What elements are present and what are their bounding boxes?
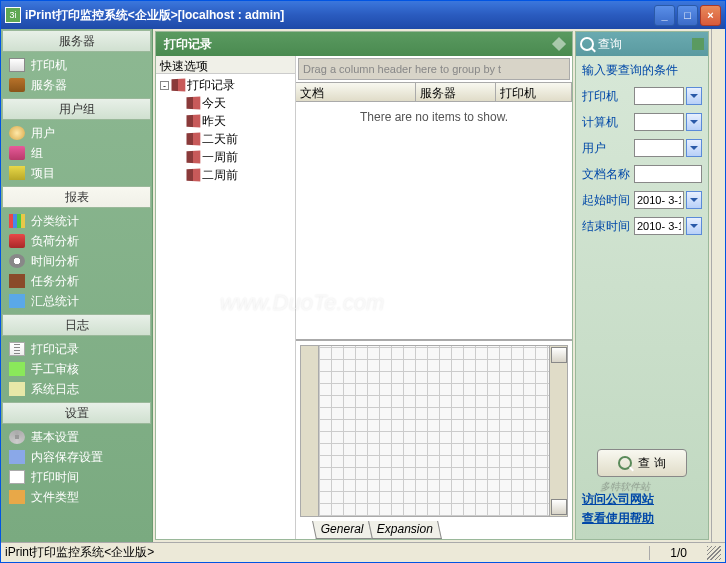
scroll-down-icon[interactable]: [551, 499, 567, 515]
tree-header: 快速选项: [156, 56, 295, 74]
pin-icon[interactable]: [692, 38, 704, 50]
dropdown-computer[interactable]: [686, 113, 702, 131]
detail-scrollbar[interactable]: [549, 346, 567, 516]
nav-manual-approve[interactable]: 手工审核: [1, 359, 152, 379]
client-area: 服务器 打印机 服务器 用户组 用户 组 项目 报表 分类统计 负荷分析 时间分…: [1, 29, 725, 542]
input-user[interactable]: [634, 139, 684, 157]
dropdown-start[interactable]: [686, 191, 702, 209]
sidebar: 服务器 打印机 服务器 用户组 用户 组 项目 报表 分类统计 负荷分析 时间分…: [1, 29, 153, 542]
nav-load-analysis[interactable]: 负荷分析: [1, 231, 152, 251]
dropdown-end[interactable]: [686, 217, 702, 235]
link-website[interactable]: 访问公司网站: [582, 491, 702, 508]
app-icon: 3i: [5, 7, 21, 23]
chart-icon: [9, 214, 25, 228]
detail-grid[interactable]: [319, 346, 549, 516]
input-doc[interactable]: [634, 165, 702, 183]
link-help[interactable]: 查看使用帮助: [582, 510, 702, 527]
nav-printer[interactable]: 打印机: [1, 55, 152, 75]
nav-task-analysis[interactable]: 任务分析: [1, 271, 152, 291]
nav-file-type[interactable]: 文件类型: [1, 487, 152, 507]
tree-2week[interactable]: 二周前: [158, 166, 293, 184]
tab-general[interactable]: General: [312, 521, 373, 539]
clock-icon: [9, 254, 25, 268]
dropdown-user[interactable]: [686, 139, 702, 157]
query-hint: 输入要查询的条件: [582, 62, 702, 79]
book-icon: [187, 97, 201, 110]
query-button[interactable]: 查 询: [597, 449, 687, 477]
nav-content-save[interactable]: 内容保存设置: [1, 447, 152, 467]
detail-left-gutter: [301, 346, 319, 516]
task-icon: [9, 274, 25, 288]
printer-icon: [9, 58, 25, 72]
nav-group[interactable]: 组: [1, 143, 152, 163]
label-end: 结束时间: [582, 218, 632, 235]
grid-header: 文档 服务器 打印机: [296, 82, 572, 102]
query-panel: 查询 输入要查询的条件 打印机 计算机 用户 文档名称 起始时间 结束时间 查 …: [575, 31, 709, 540]
input-printer[interactable]: [634, 87, 684, 105]
group-logs[interactable]: 日志: [2, 314, 151, 336]
panel-icon: [552, 37, 566, 51]
label-user: 用户: [582, 140, 632, 157]
save-icon: [9, 450, 25, 464]
gear-icon: [9, 430, 25, 444]
server-icon: [9, 78, 25, 92]
users-icon: [9, 126, 25, 140]
book-icon: [187, 151, 201, 164]
col-server[interactable]: 服务器: [416, 83, 496, 101]
input-computer[interactable]: [634, 113, 684, 131]
right-gutter: [711, 29, 725, 542]
nav-basic-settings[interactable]: 基本设置: [1, 427, 152, 447]
scroll-up-icon[interactable]: [551, 347, 567, 363]
minimize-button[interactable]: _: [654, 5, 675, 26]
search-icon: [618, 456, 632, 470]
syslog-icon: [9, 382, 25, 396]
nav-server[interactable]: 服务器: [1, 75, 152, 95]
detail-tabs: General Expansion: [296, 521, 572, 539]
col-document[interactable]: 文档: [296, 83, 416, 101]
book-icon: [187, 115, 201, 128]
label-start: 起始时间: [582, 192, 632, 209]
nav-summary-stats[interactable]: 汇总统计: [1, 291, 152, 311]
nav-print-log[interactable]: 打印记录: [1, 339, 152, 359]
titlebar[interactable]: 3i iPrint打印监控系统<企业版>[localhost : admin] …: [1, 1, 725, 29]
input-end-date[interactable]: [634, 217, 684, 235]
project-icon: [9, 166, 25, 180]
panel-title: 打印记录: [156, 32, 572, 56]
tree-root[interactable]: - 打印记录: [158, 76, 293, 94]
input-start-date[interactable]: [634, 191, 684, 209]
group-by-zone[interactable]: Drag a column header here to group by t: [298, 58, 570, 80]
resize-grip[interactable]: [707, 546, 721, 560]
group-reports[interactable]: 报表: [2, 186, 151, 208]
status-right: 1/0: [649, 546, 707, 560]
maximize-button[interactable]: □: [677, 5, 698, 26]
label-doc: 文档名称: [582, 166, 632, 183]
printtime-icon: [9, 470, 25, 484]
main-panel: 打印记录 快速选项 - 打印记录 今天 昨天 二天前 一周前: [155, 31, 573, 540]
detail-panel: General Expansion: [296, 339, 572, 539]
tree-2days[interactable]: 二天前: [158, 130, 293, 148]
nav-time-analysis[interactable]: 时间分析: [1, 251, 152, 271]
status-left: iPrint打印监控系统<企业版>: [5, 544, 649, 561]
tree-today[interactable]: 今天: [158, 94, 293, 112]
dropdown-printer[interactable]: [686, 87, 702, 105]
group-users[interactable]: 用户组: [2, 98, 151, 120]
tree-1week[interactable]: 一周前: [158, 148, 293, 166]
nav-category-stats[interactable]: 分类统计: [1, 211, 152, 231]
tab-expansion[interactable]: Expansion: [368, 521, 442, 539]
nav-system-log[interactable]: 系统日志: [1, 379, 152, 399]
nav-print-time[interactable]: 打印时间: [1, 467, 152, 487]
tree: - 打印记录 今天 昨天 二天前 一周前 二周前: [156, 74, 295, 539]
group-settings[interactable]: 设置: [2, 402, 151, 424]
collapse-icon[interactable]: -: [160, 81, 169, 90]
close-button[interactable]: ×: [700, 5, 721, 26]
query-title: 查询: [576, 32, 708, 56]
statusbar: iPrint打印监控系统<企业版> 1/0: [1, 542, 725, 562]
nav-user[interactable]: 用户: [1, 123, 152, 143]
tree-panel: 快速选项 - 打印记录 今天 昨天 二天前 一周前 二周前: [156, 56, 296, 539]
tree-yesterday[interactable]: 昨天: [158, 112, 293, 130]
window-controls: _ □ ×: [654, 5, 721, 26]
nav-project[interactable]: 项目: [1, 163, 152, 183]
group-servers[interactable]: 服务器: [2, 30, 151, 52]
application-window: 3i iPrint打印监控系统<企业版>[localhost : admin] …: [0, 0, 726, 563]
col-printer[interactable]: 打印机: [496, 83, 572, 101]
